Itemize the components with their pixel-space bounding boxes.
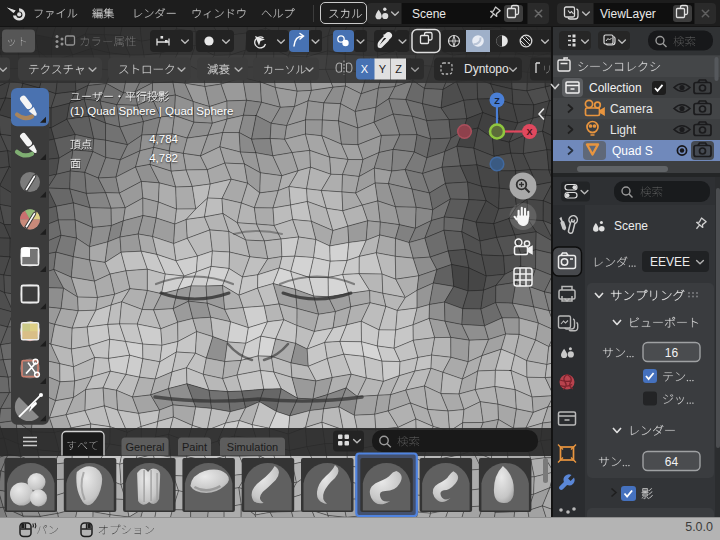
svg-text:16: 16: [665, 346, 679, 360]
svg-text:64: 64: [665, 455, 679, 469]
